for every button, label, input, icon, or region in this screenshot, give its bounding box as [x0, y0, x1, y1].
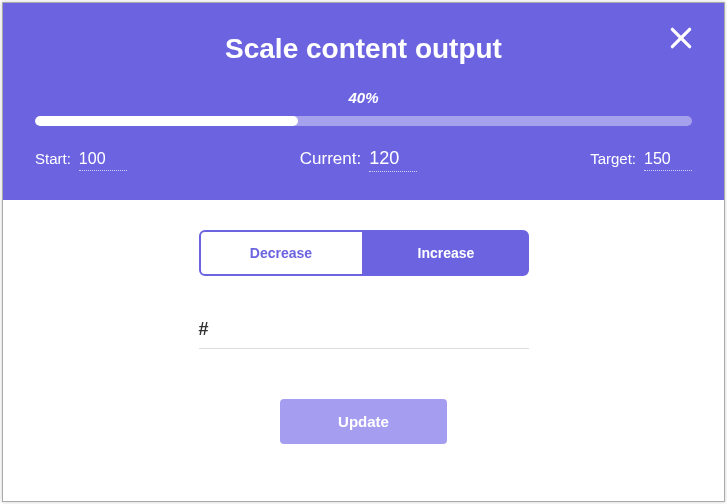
values-row: Start: Current: Target:	[35, 146, 692, 172]
modal-title: Scale content output	[35, 33, 692, 65]
start-input[interactable]	[79, 148, 127, 171]
progress-bar	[35, 116, 692, 126]
modal-body: Decrease Increase # Update	[3, 200, 724, 501]
close-icon	[668, 25, 694, 51]
target-group: Target:	[590, 148, 692, 171]
hash-icon: #	[199, 319, 209, 340]
target-input[interactable]	[644, 148, 692, 171]
modal-header: Scale content output 40% Start: Current:…	[3, 3, 724, 200]
update-button[interactable]: Update	[280, 399, 447, 444]
number-input-row: #	[199, 316, 529, 349]
decrease-toggle[interactable]: Decrease	[199, 230, 364, 276]
current-input[interactable]	[369, 146, 417, 172]
start-label: Start:	[35, 150, 71, 167]
start-group: Start:	[35, 148, 127, 171]
target-label: Target:	[590, 150, 636, 167]
current-group: Current:	[300, 146, 417, 172]
amount-input[interactable]	[219, 316, 529, 342]
close-button[interactable]	[668, 25, 694, 51]
toggle-group: Decrease Increase	[199, 230, 529, 276]
progress-percent-label: 40%	[35, 89, 692, 106]
scale-content-modal: Scale content output 40% Start: Current:…	[2, 2, 725, 502]
progress-bar-fill	[35, 116, 298, 126]
current-label: Current:	[300, 149, 361, 169]
increase-toggle[interactable]: Increase	[364, 230, 529, 276]
